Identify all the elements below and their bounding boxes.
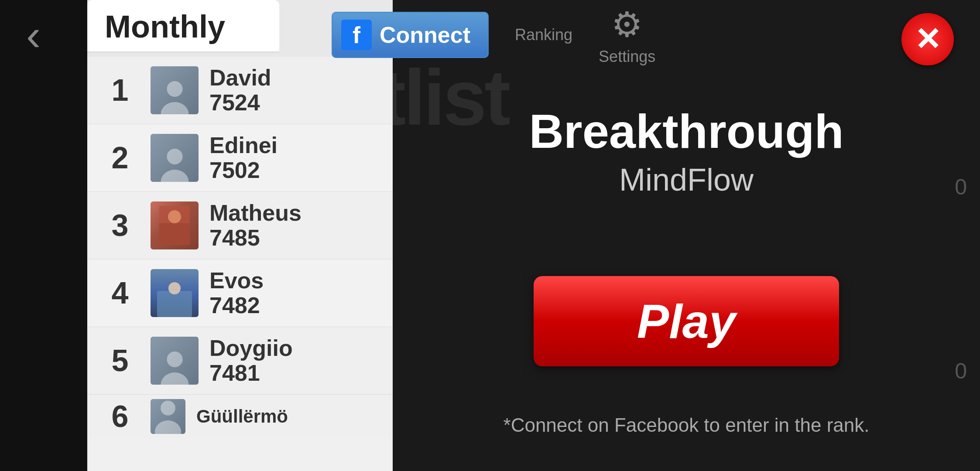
avatar-5 [151, 337, 199, 385]
player-info-6: Güüllërmö [196, 406, 288, 427]
rank-4: 4 [100, 276, 140, 311]
player-info-1: David 7524 [209, 65, 271, 115]
player-name-6: Güüllërmö [196, 406, 288, 427]
score-indicator-top: 0 [955, 174, 967, 200]
player-name-2: Edinei [209, 133, 278, 158]
rank-2: 2 [100, 140, 140, 175]
avatar-2 [151, 134, 199, 182]
player-name-3: Matheus [209, 201, 302, 225]
ranking-label: Ranking [515, 26, 572, 44]
list-item[interactable]: 2 Edinei 7502 [87, 124, 393, 192]
song-area: Breakthrough MindFlow [393, 70, 980, 198]
player-info-4: Evos 7482 [209, 268, 264, 318]
avatar-placeholder-2 [151, 134, 199, 182]
rank-1: 1 [100, 73, 140, 108]
player-score-2: 7502 [209, 158, 278, 183]
player-name-5: Doygiio [209, 336, 293, 361]
rank-3: 3 [100, 208, 140, 243]
player-score-4: 7482 [209, 293, 264, 318]
play-label: Play [637, 294, 736, 348]
leaderboard-tab-label: Monthly [105, 9, 225, 44]
list-item[interactable]: 5 Doygiio 7481 [87, 327, 393, 395]
avatar-6 [151, 399, 185, 434]
settings-button[interactable]: ⚙ Settings [599, 4, 655, 66]
svg-point-0 [167, 81, 182, 97]
player-name-1: David [209, 65, 271, 90]
gear-icon: ⚙ [611, 4, 643, 45]
player-score-1: 7524 [209, 90, 271, 115]
list-item[interactable]: 6 Güüllërmö [87, 395, 393, 438]
close-button[interactable]: ✕ [901, 13, 954, 65]
leaderboard-list: 1 David 7524 2 [87, 57, 393, 471]
play-button[interactable]: Play [534, 276, 839, 366]
song-title: Breakthrough [529, 105, 843, 157]
facebook-connect-button[interactable]: f Connect [332, 12, 489, 58]
svg-point-4 [167, 352, 182, 367]
back-button[interactable]: ‹ [26, 13, 41, 57]
player-info-5: Doygiio 7481 [209, 336, 293, 386]
facebook-connect-label: Connect [380, 22, 470, 48]
svg-point-2 [167, 149, 182, 164]
top-bar: f Connect Ranking ⚙ Settings ✕ [305, 0, 980, 70]
settings-label: Settings [599, 48, 655, 66]
left-background [0, 0, 87, 471]
footer-note: *Connect on Facebook to enter in the ran… [393, 414, 980, 436]
player-name-4: Evos [209, 268, 264, 293]
list-item[interactable]: 3 Matheus 7485 [87, 192, 393, 259]
avatar-4 [151, 269, 199, 317]
avatar-3 [151, 201, 199, 249]
player-info-3: Matheus 7485 [209, 201, 302, 250]
player-score-5: 7481 [209, 361, 293, 386]
player-score-3: 7485 [209, 225, 302, 250]
player-info-2: Edinei 7502 [209, 133, 278, 183]
leaderboard-panel: Monthly 1 David 7524 2 [87, 0, 393, 471]
footer-note-text: *Connect on Facebook to enter in the ran… [504, 414, 870, 436]
svg-point-7 [155, 420, 181, 434]
svg-point-1 [161, 102, 188, 114]
song-artist: MindFlow [619, 162, 754, 198]
svg-point-3 [161, 170, 188, 182]
svg-point-5 [161, 372, 188, 385]
rank-6: 6 [100, 399, 140, 434]
avatar-1 [151, 66, 199, 114]
close-icon: ✕ [915, 24, 941, 55]
leaderboard-tab[interactable]: Monthly [87, 0, 279, 53]
avatar-placeholder-1 [151, 66, 199, 114]
rank-5: 5 [100, 343, 140, 378]
avatar-placeholder-6 [151, 399, 185, 434]
avatar-placeholder-5 [151, 337, 199, 385]
play-button-container: Play [393, 276, 980, 366]
svg-point-6 [161, 401, 175, 416]
facebook-icon: f [341, 20, 372, 50]
ranking-button[interactable]: Ranking [515, 26, 572, 44]
list-item[interactable]: 4 Evos 7482 [87, 259, 393, 327]
